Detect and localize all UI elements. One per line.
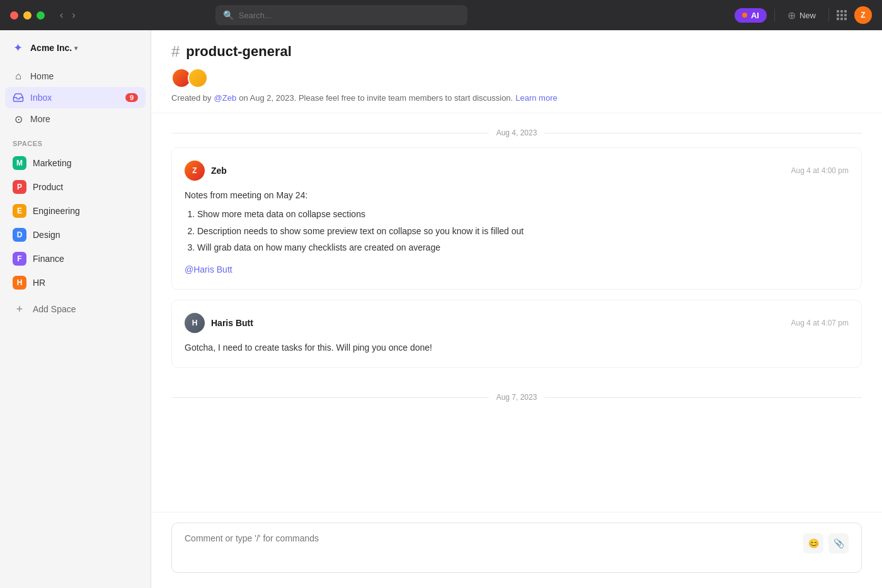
grid-icon[interactable] [837,10,847,20]
sidebar-item-label: More [30,114,50,124]
avatar: H [185,313,205,333]
channel-title: # product-general [171,43,862,60]
sidebar-item-product[interactable]: P Product [5,175,146,199]
workspace-name[interactable]: Acme Inc. ▾ [30,43,77,53]
date-line [544,397,862,398]
acme-logo: ✦ [10,40,25,55]
close-dot[interactable] [10,11,18,20]
space-label: Marketing [33,158,71,168]
list-item: Will grab data on how many checklists ar… [197,240,849,254]
message-card: H Haris Butt Aug 4 at 4:07 pm Gotcha, I … [171,300,862,368]
forward-button[interactable]: › [69,8,77,22]
message-body: Gotcha, I need to create tasks for this.… [185,341,849,354]
channel-avatar-2 [188,68,208,88]
channel-meta: Created by @Zeb on Aug 2, 2023. Please f… [171,93,862,103]
message-text: Notes from meeting on May 24: [185,188,849,202]
attach-button[interactable]: 📎 [828,533,849,553]
message-time: Aug 4 at 4:00 pm [791,166,849,175]
space-label: Engineering [33,206,80,216]
search-bar[interactable]: 🔍 [215,5,467,25]
comment-input[interactable] [185,533,803,543]
titlebar-right: AI ⊕ New Z [735,6,872,24]
inbox-badge: 9 [125,93,138,102]
comment-actions: 😊 📎 [803,533,849,553]
message-header: Z Zeb Aug 4 at 4:00 pm [185,161,849,181]
sidebar-item-finance[interactable]: F Finance [5,247,146,271]
back-button[interactable]: ‹ [57,8,66,22]
list-item: Description needs to show some preview t… [197,224,849,238]
user-avatar[interactable]: Z [854,6,872,24]
grid-dot [837,18,839,20]
message-author: Z Zeb [185,161,227,181]
divider [774,9,775,21]
avatar: Z [185,161,205,181]
ai-label: AI [751,11,759,20]
main-layout: ✦ Acme Inc. ▾ ⌂ Home Inbox 9 [0,30,882,588]
space-icon-marketing: M [13,156,26,170]
sidebar-item-engineering[interactable]: E Engineering [5,199,146,223]
sidebar-item-hr[interactable]: H HR [5,271,146,295]
space-label: Design [33,230,60,240]
sidebar: ✦ Acme Inc. ▾ ⌂ Home Inbox 9 [0,30,151,588]
grid-dot [844,18,847,20]
space-icon-product: P [13,180,26,194]
plus-icon: + [13,302,26,316]
minimize-dot[interactable] [23,11,32,20]
message-card: Z Zeb Aug 4 at 4:00 pm Notes from meetin… [171,147,862,290]
comment-section: 😊 📎 [151,512,882,588]
inbox-icon [13,92,24,103]
add-space-label: Add Space [33,304,76,314]
author-name: Zeb [211,166,227,176]
new-button[interactable]: ⊕ New [782,7,821,24]
date-separator-aug4: Aug 4, 2023 [171,113,862,147]
add-space-button[interactable]: + Add Space [5,297,146,321]
search-icon: 🔍 [223,10,234,20]
sidebar-item-label: Inbox [30,93,52,103]
chevron-down-icon: ▾ [74,45,77,52]
ai-button[interactable]: AI [735,8,767,23]
date-separator-aug7: Aug 7, 2023 [171,378,862,412]
space-label: HR [33,278,45,288]
date-line [171,397,489,398]
sidebar-item-design[interactable]: D Design [5,223,146,247]
more-icon: ⊙ [13,113,24,125]
maximize-dot[interactable] [37,11,45,20]
learn-more-link[interactable]: Learn more [515,93,557,103]
search-input[interactable] [239,11,460,20]
message-time: Aug 4 at 4:07 pm [791,319,849,327]
grid-dot [840,14,843,16]
message-author: H Haris Butt [185,313,253,333]
sidebar-item-marketing[interactable]: M Marketing [5,151,146,175]
grid-dot [840,18,843,20]
space-icon-engineering: E [13,204,26,218]
divider2 [828,9,829,21]
nav-arrows: ‹ › [57,8,78,22]
spaces-section: Spaces M Marketing P Product E Engineeri… [0,130,151,295]
titlebar: ‹ › 🔍 AI ⊕ New Z [0,0,882,30]
message-text: Gotcha, I need to create tasks for this.… [185,341,849,354]
ai-dot [742,13,747,18]
hash-icon: # [171,43,180,60]
messages-area: Aug 4, 2023 Z Zeb Aug 4 at 4:00 pm Notes… [151,113,882,512]
content-area: # product-general Created by @Zeb on Aug… [151,30,882,588]
grid-dot [844,14,847,16]
sidebar-header: ✦ Acme Inc. ▾ [0,30,151,60]
channel-avatars [171,68,862,88]
star-icon: ✦ [13,41,23,55]
channel-header: # product-general Created by @Zeb on Aug… [151,30,882,113]
grid-dot [837,14,839,16]
message-mention[interactable]: @Haris Butt [185,264,232,274]
emoji-button[interactable]: 😊 [803,533,823,553]
meta-mention[interactable]: @Zeb [214,93,237,103]
channel-name: product-general [186,43,291,60]
home-icon: ⌂ [13,71,24,82]
sidebar-item-home[interactable]: ⌂ Home [5,65,146,87]
space-icon-hr: H [13,276,26,290]
space-label: Product [33,182,63,192]
sidebar-item-more[interactable]: ⊙ More [5,108,146,130]
space-icon-finance: F [13,252,26,266]
grid-dot [844,10,847,13]
meta-created: Created by [171,93,212,103]
sidebar-item-inbox[interactable]: Inbox 9 [5,87,146,108]
list-item: Show more meta data on collapse sections [197,207,849,221]
